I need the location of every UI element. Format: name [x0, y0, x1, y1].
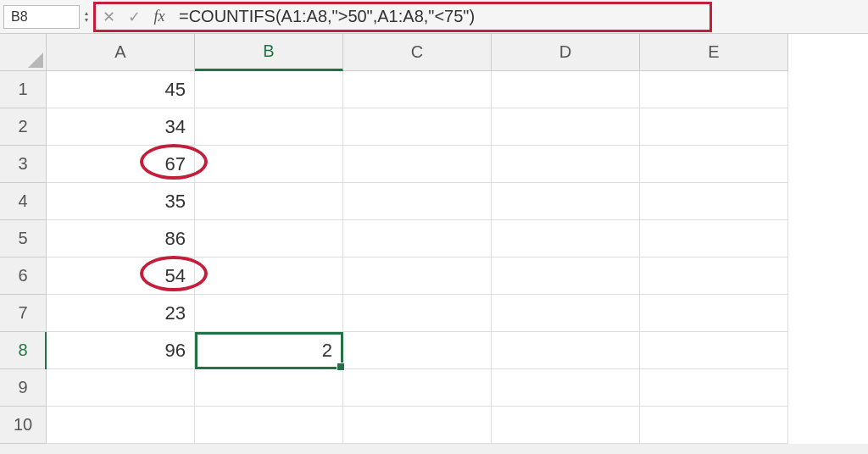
cell-B7[interactable] [195, 295, 343, 332]
cell-C8[interactable] [343, 332, 492, 369]
grid: A B C D E 1 45 2 34 3 67 4 35 5 86 [0, 34, 868, 444]
cell-B2[interactable] [195, 108, 343, 146]
cell-E1[interactable] [640, 71, 788, 108]
formula-bar: B8 ▴ ▾ ✕ ✓ fx =COUNTIFS(A1:A8,">50",A1:A… [0, 0, 868, 34]
cell-A8[interactable]: 96 [47, 332, 195, 369]
cell-D2[interactable] [492, 108, 640, 146]
cell-D6[interactable] [492, 257, 640, 295]
cell-E10[interactable] [640, 407, 788, 444]
cell-A6[interactable]: 54 [47, 257, 195, 295]
cell-D10[interactable] [492, 407, 640, 444]
cell-A3[interactable]: 67 [47, 146, 195, 183]
cell-C5[interactable] [343, 220, 492, 257]
cell-C9[interactable] [343, 369, 492, 407]
cell-C4[interactable] [343, 183, 492, 220]
row-header-4[interactable]: 4 [0, 183, 47, 220]
row-header-5[interactable]: 5 [0, 220, 47, 257]
cell-D7[interactable] [492, 295, 640, 332]
cell-C2[interactable] [343, 108, 492, 146]
cell-B10[interactable] [195, 407, 343, 444]
cell-B5[interactable] [195, 220, 343, 257]
cell-C6[interactable] [343, 257, 492, 295]
col-header-C[interactable]: C [343, 34, 492, 71]
formula-bar-highlight: ✕ ✓ fx =COUNTIFS(A1:A8,">50",A1:A8,"<75"… [93, 2, 712, 32]
cell-B6[interactable] [195, 257, 343, 295]
row-header-10[interactable]: 10 [0, 407, 47, 444]
col-header-B[interactable]: B [195, 34, 343, 71]
col-header-A[interactable]: A [47, 34, 195, 71]
cell-E9[interactable] [640, 369, 788, 407]
cell-A10[interactable] [47, 407, 195, 444]
cell-D1[interactable] [492, 71, 640, 108]
cell-A4[interactable]: 35 [47, 183, 195, 220]
cell-E2[interactable] [640, 108, 788, 146]
formula-input[interactable]: =COUNTIFS(A1:A8,">50",A1:A8,"<75") [172, 7, 709, 26]
col-header-E[interactable]: E [640, 34, 788, 71]
enter-icon[interactable]: ✓ [121, 8, 147, 26]
fx-icon[interactable]: fx [147, 8, 172, 25]
cell-A9[interactable] [47, 369, 195, 407]
cell-E4[interactable] [640, 183, 788, 220]
row-header-6[interactable]: 6 [0, 257, 47, 295]
cell-D8[interactable] [492, 332, 640, 369]
cell-E8[interactable] [640, 332, 788, 369]
cell-B1[interactable] [195, 71, 343, 108]
row-header-3[interactable]: 3 [0, 146, 47, 183]
name-box-value: B8 [11, 9, 28, 25]
cell-D5[interactable] [492, 220, 640, 257]
cell-B4[interactable] [195, 183, 343, 220]
cancel-icon[interactable]: ✕ [96, 8, 121, 26]
spreadsheet: A B C D E 1 45 2 34 3 67 4 35 5 86 [0, 34, 868, 444]
cell-C7[interactable] [343, 295, 492, 332]
cell-C1[interactable] [343, 71, 492, 108]
select-all-corner[interactable] [0, 34, 47, 71]
cell-B3[interactable] [195, 146, 343, 183]
cell-A1[interactable]: 45 [47, 71, 195, 108]
cell-D3[interactable] [492, 146, 640, 183]
cell-B9[interactable] [195, 369, 343, 407]
cell-D9[interactable] [492, 369, 640, 407]
cell-A5[interactable]: 86 [47, 220, 195, 257]
cell-B8[interactable]: 2 [195, 332, 343, 369]
row-header-8[interactable]: 8 [0, 332, 47, 369]
stepper-down-icon[interactable]: ▾ [85, 17, 88, 24]
cell-A2[interactable]: 34 [47, 108, 195, 146]
cell-E3[interactable] [640, 146, 788, 183]
cell-A7[interactable]: 23 [47, 295, 195, 332]
row-header-2[interactable]: 2 [0, 108, 47, 146]
row-header-9[interactable]: 9 [0, 369, 47, 407]
name-box-stepper[interactable]: ▴ ▾ [85, 10, 88, 24]
cell-E7[interactable] [640, 295, 788, 332]
name-box[interactable]: B8 [3, 5, 80, 29]
col-header-D[interactable]: D [492, 34, 640, 71]
row-header-7[interactable]: 7 [0, 295, 47, 332]
cell-D4[interactable] [492, 183, 640, 220]
cell-C10[interactable] [343, 407, 492, 444]
cell-E5[interactable] [640, 220, 788, 257]
row-header-1[interactable]: 1 [0, 71, 47, 108]
cell-C3[interactable] [343, 146, 492, 183]
cell-E6[interactable] [640, 257, 788, 295]
